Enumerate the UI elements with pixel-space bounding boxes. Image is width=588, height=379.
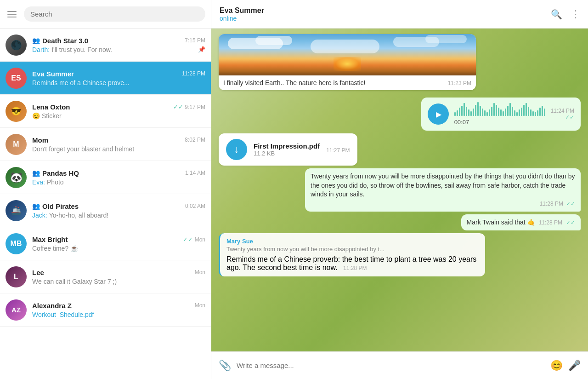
group-icon-old-pirates: 👥 — [32, 202, 40, 210]
chat-info-eva-summer: Eva Summer11:28 PMReminds me of a Chines… — [32, 70, 205, 86]
chat-preview-old-pirates: Jack: Yo-ho-ho, all aboard! — [32, 212, 205, 219]
chat-info-old-pirates: 👥Old Pirates0:02 AMJack: Yo-ho-ho, all a… — [32, 202, 205, 219]
voice-tick: ✓✓ — [565, 114, 574, 121]
long-text-tick: ✓✓ — [566, 200, 575, 208]
voice-time-area: 11:24 PM ✓✓ — [551, 108, 574, 121]
chat-time-eva-summer: 11:28 PM — [182, 70, 205, 77]
message-long-text: Twenty years from now you will be more d… — [219, 168, 581, 212]
chat-time-old-pirates: 0:02 AM — [185, 203, 205, 209]
chat-preview-eva-summer: Reminds me of a Chinese prove... — [32, 79, 205, 86]
chat-list-item-mom[interactable]: MMom8:02 PMDon't forget your blaster and… — [0, 128, 211, 161]
short-text-bubble: Mark Twain said that 🤙 11:28 PM ✓✓ — [461, 214, 581, 231]
chat-info-alexandra-z: Alexandra ZMonWorkout_Shedule.pdf — [32, 302, 205, 318]
chat-header-info: Eva Summer online — [220, 6, 551, 22]
play-button[interactable] — [428, 103, 449, 125]
file-time: 11:27 PM — [326, 147, 350, 154]
avatar-alexandra-z: AZ — [6, 299, 27, 321]
chat-time-pandas-hq: 1:14 AM — [185, 170, 205, 176]
chat-contact-name: Eva Summer — [220, 6, 551, 15]
image-bubble: I finally visited Earth.. The nature her… — [219, 34, 476, 90]
chat-name-death-star: 👥Death Star 3.0 — [32, 37, 88, 45]
chat-list-item-lena-oxton[interactable]: 😎Lena Oxton✓✓ 9:17 PM😊 Sticker — [0, 95, 211, 128]
group-icon-pandas-hq: 👥 — [32, 169, 40, 177]
chat-name-max-bright: Max Bright — [32, 235, 68, 243]
search-header-icon[interactable]: 🔍 — [551, 9, 562, 20]
chat-list-item-lee[interactable]: LLeeMonWe can call it Galaxy Star 7 ;) — [0, 260, 211, 293]
mic-icon[interactable]: 🎤 — [568, 360, 581, 372]
voice-time: 11:24 PM — [551, 108, 574, 114]
messages-container: 00:07 11:24 PM ✓✓ First Impression.pdf 1… — [211, 94, 588, 282]
pin-icon-death-star: 📌 — [198, 46, 205, 53]
message-file: First Impression.pdf 11.2 KB 11:27 PM — [219, 133, 581, 166]
file-info: First Impression.pdf 11.2 KB — [254, 142, 320, 157]
short-text-time: 11:28 PM — [539, 219, 562, 227]
chat-info-max-bright: Max Bright✓✓ MonCoffee time? ☕ — [32, 235, 205, 252]
messages-area: I finally visited Earth.. The nature her… — [211, 29, 588, 351]
chat-preview-max-bright: Coffee time? ☕ — [32, 245, 205, 252]
chat-name-eva-summer: Eva Summer — [32, 70, 74, 78]
file-size: 11.2 KB — [254, 150, 320, 157]
message-image: I finally visited Earth.. The nature her… — [219, 34, 581, 90]
chat-info-pandas-hq: 👥Pandas HQ1:14 AMEva: Photo — [32, 169, 205, 186]
chat-list-item-alexandra-z[interactable]: AZAlexandra ZMonWorkout_Shedule.pdf — [0, 293, 211, 327]
avatar-mom: M — [6, 134, 27, 155]
message-input-bar: 📎 😊 🎤 — [211, 351, 588, 379]
chat-name-pandas-hq: 👥Pandas HQ — [32, 169, 79, 177]
reply-time: 11:28 PM — [343, 265, 367, 271]
file-name: First Impression.pdf — [254, 142, 320, 150]
sidebar-header — [0, 0, 211, 29]
reply-bubble: Mary Sue Twenty years from now you will … — [219, 233, 485, 276]
reply-main-text: Reminds me of a Chinese proverb: the bes… — [226, 255, 479, 272]
message-reply: Mary Sue Twenty years from now you will … — [219, 233, 581, 276]
chat-name-alexandra-z: Alexandra Z — [32, 302, 72, 310]
search-input[interactable] — [24, 6, 205, 22]
download-button[interactable] — [226, 139, 247, 160]
chat-list-item-max-bright[interactable]: MBMax Bright✓✓ MonCoffee time? ☕ — [0, 227, 211, 260]
sidebar: 🌑👥Death Star 3.07:15 PMDarth: I'll trust… — [0, 0, 211, 379]
chat-header: Eva Summer online 🔍 ⋮ — [211, 0, 588, 29]
chat-list-item-pandas-hq[interactable]: 🐼👥Pandas HQ1:14 AMEva: Photo — [0, 161, 211, 194]
avatar-eva-summer: ES — [6, 68, 27, 89]
avatar-max-bright: MB — [6, 233, 27, 254]
chat-preview-mom: Don't forget your blaster and helmet — [32, 145, 205, 153]
chat-time-alexandra-z: Mon — [195, 302, 205, 309]
reply-sender: Mary Sue — [226, 238, 479, 245]
chat-name-lee: Lee — [32, 269, 44, 276]
message-voice: 00:07 11:24 PM ✓✓ — [219, 98, 581, 131]
image-caption-text: I finally visited Earth.. The nature her… — [223, 79, 365, 86]
avatar-lena-oxton: 😎 — [6, 101, 27, 122]
more-options-icon[interactable]: ⋮ — [571, 8, 580, 20]
avatar-pandas-hq: 🐼 — [6, 167, 27, 188]
long-text-time-row: 11:28 PM ✓✓ — [311, 200, 575, 208]
image-time: 11:23 PM — [448, 80, 471, 86]
chat-list-item-eva-summer[interactable]: ESEva Summer11:28 PMReminds me of a Chin… — [0, 62, 211, 95]
group-icon-death-star: 👥 — [32, 37, 40, 44]
attach-icon[interactable]: 📎 — [219, 360, 231, 372]
image-caption: I finally visited Earth.. The nature her… — [219, 75, 476, 90]
message-short-text: Mark Twain said that 🤙 11:28 PM ✓✓ — [219, 214, 581, 231]
header-actions: 🔍 ⋮ — [551, 8, 580, 20]
short-text-content: Mark Twain said that 🤙 — [467, 218, 535, 227]
short-text-row: Mark Twain said that 🤙 11:28 PM ✓✓ — [467, 218, 575, 227]
chat-preview-lena-oxton: 😊 Sticker — [32, 112, 205, 120]
voice-duration: 00:07 — [454, 119, 469, 126]
hamburger-icon[interactable] — [6, 9, 18, 19]
chat-list-item-death-star[interactable]: 🌑👥Death Star 3.07:15 PMDarth: I'll trust… — [0, 29, 211, 62]
reply-preview: Twenty years from now you will be more d… — [226, 246, 479, 253]
file-bubble: First Impression.pdf 11.2 KB 11:27 PM — [219, 133, 357, 166]
chat-info-mom: Mom8:02 PMDon't forget your blaster and … — [32, 136, 205, 153]
chat-info-death-star: 👥Death Star 3.07:15 PMDarth: I'll trust … — [32, 37, 205, 53]
chat-preview-pandas-hq: Eva: Photo — [32, 178, 205, 186]
chat-time-max-bright: ✓✓ Mon — [183, 236, 205, 243]
chat-list-item-old-pirates[interactable]: 🚢👥Old Pirates0:02 AMJack: Yo-ho-ho, all … — [0, 194, 211, 227]
chat-preview-alexandra-z: Workout_Shedule.pdf — [32, 311, 205, 318]
chat-contact-status: online — [220, 15, 551, 22]
voice-bubble: 00:07 11:24 PM ✓✓ — [421, 98, 581, 131]
chat-time-lee: Mon — [195, 269, 205, 276]
chat-name-mom: Mom — [32, 136, 48, 144]
message-input[interactable] — [237, 362, 545, 369]
emoji-icon[interactable]: 😊 — [550, 360, 563, 372]
chat-info-lena-oxton: Lena Oxton✓✓ 9:17 PM😊 Sticker — [32, 103, 205, 120]
avatar-lee: L — [6, 266, 27, 287]
chat-info-lee: LeeMonWe can call it Galaxy Star 7 ;) — [32, 269, 205, 285]
